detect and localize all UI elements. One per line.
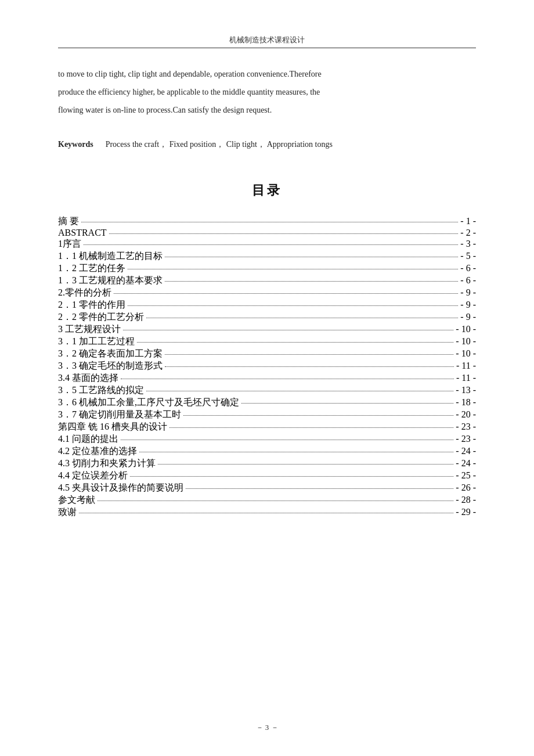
toc-dots xyxy=(165,354,453,355)
toc-entry: 4.5 夹具设计及操作的简要说明- 26 - xyxy=(58,482,476,494)
toc-entry-page: - 25 - xyxy=(456,470,476,481)
toc-entry-label: 第四章 铣 16 槽夹具的设计 xyxy=(58,421,167,433)
toc-dots xyxy=(109,233,459,234)
toc-title: 目录 xyxy=(58,182,476,199)
toc-entry-label: 1．3 工艺规程的基本要求 xyxy=(58,275,163,287)
toc-entry: 2．2 零件的工艺分析- 9 - xyxy=(58,311,476,323)
toc-entry-label: 3．6 机械加工余量,工序尺寸及毛坯尺寸确定 xyxy=(58,397,239,409)
toc-entry-label: 4.1 问题的提出 xyxy=(58,433,118,445)
toc-dots xyxy=(165,366,454,367)
toc-entry: 4.2 定位基准的选择- 24 - xyxy=(58,445,476,458)
toc-entry-page: - 5 - xyxy=(460,251,476,261)
toc-entry-label: 4.4 定位误差分析 xyxy=(58,470,128,482)
toc-entry-label: 3 工艺规程设计 xyxy=(58,323,121,336)
toc-entry: 4.1 问题的提出- 23 - xyxy=(58,433,476,445)
toc-entry: 3．5 工艺路线的拟定- 13 - xyxy=(58,384,476,397)
toc-entry-label: ABSTRACT xyxy=(58,228,107,238)
toc-dots xyxy=(241,403,453,404)
toc-dots xyxy=(128,305,458,306)
toc-entry-page: - 23 - xyxy=(456,434,476,444)
toc-entry: 4.3 切削力和夹紧力计算- 24 - xyxy=(58,458,476,470)
toc-dots xyxy=(79,513,453,513)
toc-entry: 3．3 确定毛坯的制造形式- 11 - xyxy=(58,360,476,372)
toc-dots xyxy=(183,415,453,416)
toc-entry-label: 1．2 工艺的任务 xyxy=(58,262,125,275)
toc-entry-page: - 20 - xyxy=(456,409,476,420)
toc-entry-page: - 2 - xyxy=(460,228,476,238)
toc-dots xyxy=(146,318,458,318)
toc-entry-page: - 9 - xyxy=(460,300,476,310)
toc-entry-page: - 29 - xyxy=(456,507,476,517)
page: 机械制造技术课程设计 to move to clip tight, clip t… xyxy=(0,0,534,756)
toc-entry: 1．1 机械制造工艺的目标- 5 - xyxy=(58,250,476,262)
toc-entry: 3 工艺规程设计- 10 - xyxy=(58,323,476,336)
toc-entry-label: 3．3 确定毛坯的制造形式 xyxy=(58,360,163,372)
toc-entry-page: - 24 - xyxy=(456,458,476,469)
toc-dots xyxy=(121,440,453,440)
toc-entry-label: 1序言 xyxy=(58,238,81,250)
toc-entry: 3．1 加工工艺过程- 10 - xyxy=(58,336,476,348)
toc-entry: 3．7 确定切削用量及基本工时- 20 - xyxy=(58,409,476,421)
toc-dots xyxy=(84,244,458,245)
abstract-paragraph-1: to move to clip tight, clip tight and de… xyxy=(58,66,476,119)
toc-dots xyxy=(114,293,458,294)
toc-entry-page: - 10 - xyxy=(456,336,476,347)
toc-container: 摘 要- 1 -ABSTRACT- 2 -1序言- 3 -1．1 机械制造工艺的… xyxy=(58,215,476,519)
toc-entry: 1．2 工艺的任务- 6 - xyxy=(58,262,476,275)
page-footer: － 3 － xyxy=(0,722,534,733)
toc-entry: 4.4 定位误差分析- 25 - xyxy=(58,470,476,482)
toc-entry-label: 4.3 切削力和夹紧力计算 xyxy=(58,458,156,470)
toc-entry-page: - 1 - xyxy=(460,216,476,226)
toc-entry-label: 3．1 加工工艺过程 xyxy=(58,336,135,348)
toc-dots xyxy=(81,222,458,222)
toc-entry: 致谢- 29 - xyxy=(58,506,476,519)
toc-entry-page: - 28 - xyxy=(456,495,476,505)
toc-dots xyxy=(158,464,453,465)
toc-entry-label: 3．7 确定切削用量及基本工时 xyxy=(58,409,181,421)
toc-dots xyxy=(139,452,453,452)
toc-entry-page: - 10 - xyxy=(456,348,476,359)
toc-entry-label: 参文考献 xyxy=(58,494,95,506)
toc-entry-page: - 11 - xyxy=(456,373,476,383)
toc-entry-page: - 10 - xyxy=(456,324,476,334)
toc-entry-page: - 13 - xyxy=(456,385,476,395)
toc-entry: 1．3 工艺规程的基本要求- 6 - xyxy=(58,275,476,287)
toc-dots xyxy=(130,476,453,477)
toc-entry-label: 4.5 夹具设计及操作的简要说明 xyxy=(58,482,183,494)
toc-entry: 3．6 机械加工余量,工序尺寸及毛坯尺寸确定- 18 - xyxy=(58,397,476,409)
toc-entry-label: 摘 要 xyxy=(58,215,79,228)
toc-entry: 1序言- 3 - xyxy=(58,238,476,250)
toc-entry-label: 致谢 xyxy=(58,506,77,519)
keywords-label: Keywords xyxy=(58,140,93,149)
toc-entry: 2.零件的分析- 9 - xyxy=(58,287,476,299)
toc-dots xyxy=(165,281,458,282)
toc-entry: 第四章 铣 16 槽夹具的设计- 23 - xyxy=(58,421,476,433)
toc-dots xyxy=(98,501,453,501)
toc-entry: 2．1 零件的作用- 9 - xyxy=(58,299,476,311)
toc-entry-page: - 9 - xyxy=(460,312,476,322)
header-title: 机械制造技术课程设计 xyxy=(58,35,476,45)
toc-dots xyxy=(169,427,453,428)
toc-dots xyxy=(123,330,453,330)
toc-entry-label: 4.2 定位基准的选择 xyxy=(58,445,137,458)
toc-entry-label: 3．2 确定各表面加工方案 xyxy=(58,348,163,360)
header-rule xyxy=(58,48,476,48)
toc-entry-label: 2.零件的分析 xyxy=(58,287,111,299)
toc-dots xyxy=(165,257,458,257)
toc-dots xyxy=(121,379,454,379)
toc-entry: ABSTRACT- 2 - xyxy=(58,228,476,238)
toc-entry-page: - 11 - xyxy=(456,361,476,371)
toc-entry-page: - 24 - xyxy=(456,446,476,456)
toc-entry-page: - 3 - xyxy=(460,239,476,249)
toc-dots xyxy=(146,391,453,391)
toc-entry-page: - 6 - xyxy=(460,263,476,273)
toc-entry: 摘 要- 1 - xyxy=(58,215,476,228)
toc-dots xyxy=(137,342,453,343)
toc-entry-label: 2．1 零件的作用 xyxy=(58,299,125,311)
toc-dots xyxy=(186,488,453,489)
toc-entry-label: 2．2 零件的工艺分析 xyxy=(58,311,144,323)
toc-entry-label: 3.4 基面的选择 xyxy=(58,372,118,384)
toc-entry: 3．2 确定各表面加工方案- 10 - xyxy=(58,348,476,360)
toc-entry: 3.4 基面的选择- 11 - xyxy=(58,372,476,384)
toc-entry-page: - 26 - xyxy=(456,483,476,493)
